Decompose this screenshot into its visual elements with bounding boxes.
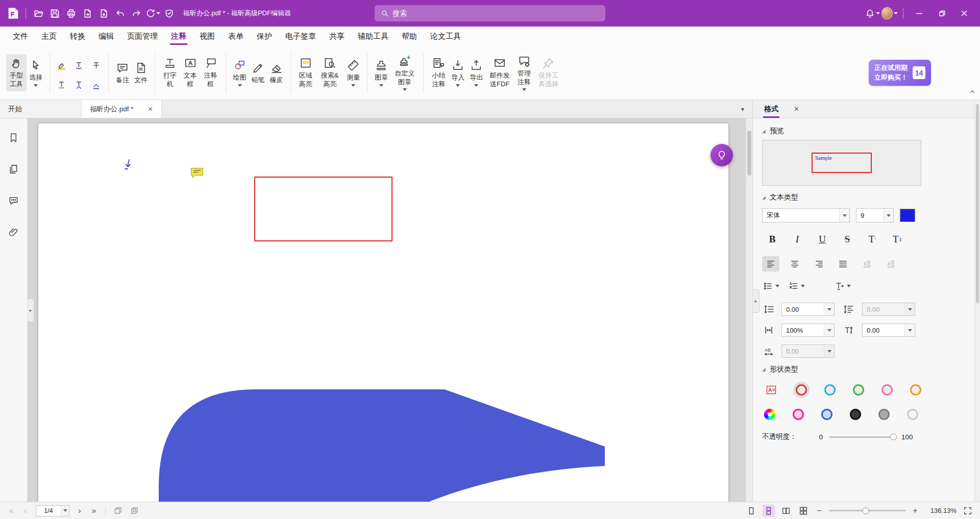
tab-form[interactable]: 表单 xyxy=(222,27,250,46)
line-spacing-caret-icon[interactable] xyxy=(824,303,834,315)
text-direction-button[interactable] xyxy=(834,280,852,292)
trial-buy-button[interactable]: 正在试用期 立即购买！ 14 xyxy=(869,60,931,85)
fullscreen-icon[interactable] xyxy=(962,505,974,517)
manage-comments-button[interactable]: 管理注释 xyxy=(514,52,534,94)
strikeout-text-icon[interactable] xyxy=(89,58,104,74)
insert-text-icon[interactable] xyxy=(89,77,104,93)
collapse-ribbon-button[interactable] xyxy=(969,88,976,97)
tab-paper-tools[interactable]: 论文工具 xyxy=(424,27,468,46)
align-justify-icon[interactable] xyxy=(834,256,851,271)
horizontal-scale-caret-icon[interactable] xyxy=(824,324,834,336)
shape-color-orange[interactable] xyxy=(910,384,921,396)
custom-color-wheel[interactable] xyxy=(764,409,775,420)
zoom-slider[interactable] xyxy=(829,510,905,511)
typewriter-button[interactable]: 打字机 xyxy=(160,54,180,91)
format-panel-close-icon[interactable]: ✕ xyxy=(794,105,799,113)
document-tab-close-icon[interactable]: ✕ xyxy=(148,106,153,113)
document-canvas[interactable]: ▸ xyxy=(28,118,752,502)
shape-color-magenta[interactable] xyxy=(793,409,804,420)
restore-button[interactable] xyxy=(931,4,952,22)
preview-section-header[interactable]: 预览 xyxy=(762,127,963,136)
previous-page-button[interactable]: ‹ xyxy=(20,506,31,515)
eraser-button[interactable]: 橡皮 xyxy=(267,59,286,87)
tab-view[interactable]: 视图 xyxy=(193,27,222,46)
bullet-list-button[interactable] xyxy=(762,280,780,292)
clipboard-copy-icon[interactable] xyxy=(128,505,140,517)
facing-continuous-view-icon[interactable] xyxy=(797,505,810,517)
canvas-scrollbar-thumb[interactable] xyxy=(747,131,751,176)
pages-panel-icon[interactable] xyxy=(5,160,22,178)
save-icon[interactable] xyxy=(46,5,63,21)
tab-accessibility[interactable]: 辅助工具 xyxy=(351,27,395,46)
create-pdf-icon[interactable] xyxy=(95,5,112,21)
textbox-button[interactable]: 文本框 xyxy=(180,54,201,91)
shape-type-section-header[interactable]: 形状类型 xyxy=(762,365,963,374)
select-tool-button[interactable]: 选择 xyxy=(27,56,45,89)
area-highlight-button[interactable]: 区域高亮 xyxy=(296,54,316,91)
measure-button[interactable]: 测量 xyxy=(344,56,362,89)
collapse-right-panel-button[interactable]: ▸ xyxy=(753,289,760,313)
increase-indent-icon[interactable] xyxy=(882,256,899,271)
continuous-view-icon[interactable] xyxy=(763,505,775,517)
notifications-bell-icon[interactable] xyxy=(864,5,880,21)
export-comments-button[interactable]: 导出 xyxy=(467,56,485,89)
page-select-caret-icon[interactable] xyxy=(61,506,69,516)
zoom-level[interactable]: 136.13% xyxy=(925,507,957,514)
print-icon[interactable] xyxy=(63,5,79,21)
close-button[interactable] xyxy=(953,4,975,22)
highlight-text-icon[interactable] xyxy=(55,58,69,74)
attachments-panel-icon[interactable] xyxy=(5,224,22,241)
shape-color-green[interactable] xyxy=(853,384,864,396)
underline-button[interactable]: U xyxy=(812,231,832,248)
format-panel-title[interactable]: 格式 xyxy=(763,101,779,118)
font-family-select[interactable]: 宋体 xyxy=(762,208,850,223)
next-page-button[interactable]: › xyxy=(75,506,85,515)
rectangle-annotation[interactable] xyxy=(254,177,393,241)
font-size-caret-icon[interactable] xyxy=(883,209,893,222)
tab-file[interactable]: 文件 xyxy=(6,27,35,46)
start-tab[interactable]: 开始 xyxy=(0,100,82,118)
redo-icon[interactable] xyxy=(128,5,144,21)
font-family-caret-icon[interactable] xyxy=(839,209,849,222)
align-center-icon[interactable] xyxy=(786,256,803,271)
line-spacing-select[interactable]: 0.00 xyxy=(781,303,835,316)
sticky-note-annotation[interactable] xyxy=(190,167,204,179)
tab-comment[interactable]: 注释 xyxy=(164,27,193,46)
underline-text-icon[interactable] xyxy=(55,77,69,93)
hand-tool-button[interactable]: 手型工具 xyxy=(6,54,27,91)
baseline-offset-caret-icon[interactable] xyxy=(904,324,915,336)
superscript-button[interactable]: T' xyxy=(862,231,883,248)
summarize-comments-button[interactable]: 小结注释 xyxy=(428,54,449,91)
zoom-out-button[interactable]: − xyxy=(815,506,824,515)
shape-color-blue[interactable] xyxy=(821,409,832,420)
import-comments-button[interactable]: 导入 xyxy=(449,56,467,89)
italic-button[interactable]: I xyxy=(787,231,807,248)
shape-color-pink[interactable] xyxy=(881,384,893,396)
decrease-indent-icon[interactable] xyxy=(858,256,875,271)
tab-page-management[interactable]: 页面管理 xyxy=(120,27,164,46)
pdf-page[interactable] xyxy=(38,123,728,502)
strikethrough-button[interactable]: S xyxy=(837,231,857,248)
last-page-button[interactable]: » xyxy=(89,506,99,515)
opacity-slider[interactable] xyxy=(829,436,895,438)
baseline-offset-select[interactable]: 0.00 xyxy=(862,324,915,337)
text-label-shape-icon[interactable] xyxy=(764,383,778,397)
zoom-in-button[interactable]: + xyxy=(911,506,920,515)
font-size-select[interactable]: 9 xyxy=(856,208,894,223)
file-attachment-button[interactable]: 文件 xyxy=(132,59,150,87)
squiggly-underline-icon[interactable] xyxy=(72,58,86,74)
panel-scrollbar[interactable] xyxy=(974,100,980,502)
tab-esign[interactable]: 电子签章 xyxy=(279,27,323,46)
horizontal-scale-select[interactable]: 100% xyxy=(781,324,835,337)
stamp-button[interactable]: 图章 xyxy=(372,56,390,89)
subscript-button[interactable]: T1 xyxy=(887,231,908,248)
text-insert-cursor-annotation[interactable] xyxy=(122,158,135,172)
export-pdf-icon[interactable] xyxy=(79,5,95,21)
shape-color-cyan[interactable] xyxy=(824,384,836,396)
note-button[interactable]: 备注 xyxy=(113,59,132,87)
opacity-slider-thumb[interactable] xyxy=(890,434,897,440)
zoom-slider-thumb[interactable] xyxy=(863,507,869,514)
shape-color-red-selected[interactable] xyxy=(793,382,810,398)
assistant-lightbulb-button[interactable] xyxy=(710,144,733,166)
email-fdf-button[interactable]: 邮件发送FDF xyxy=(485,54,514,91)
